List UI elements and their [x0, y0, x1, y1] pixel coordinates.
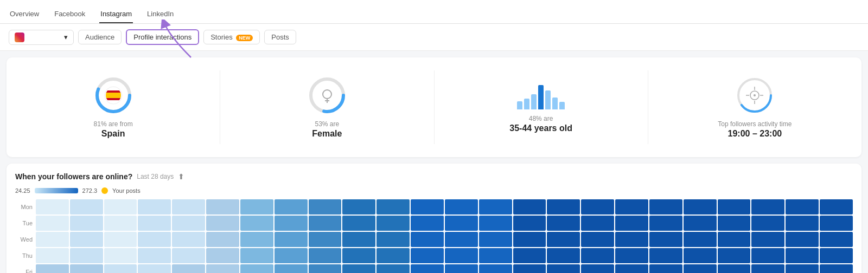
heatmap-cell [718, 199, 751, 214]
heatmap-cell [615, 199, 648, 214]
gender-donut [308, 76, 347, 115]
heatmap-cell [104, 216, 137, 231]
stat-activity-time: Top followers activity time 19:00 – 23:0… [648, 70, 861, 144]
heatmap-cell [649, 248, 682, 263]
heatmap-cell [36, 199, 69, 214]
time-pct-label: Top followers activity time [718, 120, 792, 128]
nav-linkedin[interactable]: LinkedIn [146, 5, 175, 23]
bar-2 [524, 99, 529, 109]
nav-overview[interactable]: Overview [9, 5, 40, 23]
heatmap-cell [718, 216, 751, 231]
stat-age: 48% are 35-44 years old [435, 70, 648, 144]
heatmap-cell [342, 199, 375, 214]
svg-rect-4 [106, 90, 121, 93]
heatmap-cell [751, 248, 784, 263]
heatmap-cell [138, 232, 171, 247]
heatmap-cell [104, 232, 137, 247]
bar-4 [538, 85, 544, 109]
heatmap-cell [70, 216, 103, 231]
heatmap-cell [820, 264, 853, 273]
heatmap-cell [411, 216, 444, 231]
heatmap-cell [240, 232, 273, 247]
heatmap-cell [786, 199, 819, 214]
heatmap-cell [342, 248, 375, 263]
legend-posts-label: Your posts [112, 187, 141, 194]
heatmap-cell [240, 248, 273, 263]
heatmap-cell [547, 199, 580, 214]
heatmap-cell [275, 248, 308, 263]
age-value: 35-44 years old [509, 123, 572, 133]
heatmap-cell [581, 232, 614, 247]
heatmap-cell [70, 248, 103, 263]
heatmap-cell [684, 232, 717, 247]
heatmap-cell [240, 199, 273, 214]
heatmap-cell [547, 248, 580, 263]
heatmap-cell [513, 264, 546, 273]
heatmap-day-label: Fri [15, 264, 35, 273]
heatmap-cell [172, 264, 205, 273]
heatmap-cell [104, 264, 137, 273]
heatmap-cell [615, 264, 648, 273]
heatmap-grid-container: MonTueWedThuFriSatSun🌙02:0004:0006:0008:… [15, 199, 853, 273]
heatmap-cell [751, 232, 784, 247]
heatmap-cell [649, 264, 682, 273]
heatmap-cell [376, 199, 410, 214]
heatmap-cell [751, 199, 784, 214]
heatmap-cell [411, 199, 444, 214]
nav-instagram[interactable]: Instagram [99, 5, 133, 23]
top-nav: Overview Facebook Instagram LinkedIn [0, 0, 868, 24]
heatmap-cell [581, 199, 614, 214]
bar-6 [552, 98, 558, 109]
heatmap-cell [309, 199, 342, 214]
heatmap-cell [513, 199, 546, 214]
heatmap-cell [513, 216, 546, 231]
heatmap-grid: MonTueWedThuFriSatSun [15, 199, 853, 273]
country-donut [94, 76, 133, 115]
heatmap-cell [718, 232, 751, 247]
heatmap-cell [751, 216, 784, 231]
heatmap-cell [684, 216, 717, 231]
heatmap-cell [36, 232, 69, 247]
heatmap-cell [513, 232, 546, 247]
heatmap-cell [138, 216, 171, 231]
export-icon[interactable]: ⬆ [178, 172, 184, 181]
legend-max: 272.3 [82, 187, 98, 194]
heatmap-cell [445, 216, 478, 231]
heatmap-cell [547, 264, 580, 273]
instagram-icon [15, 32, 24, 42]
heatmap-cell [309, 216, 342, 231]
heatmap-cell [275, 216, 308, 231]
legend-min: 24.25 [15, 187, 30, 194]
age-bar-chart [517, 81, 565, 109]
tab-audience[interactable]: Audience [78, 30, 122, 44]
heatmap-cell [649, 232, 682, 247]
heatmap-cell [206, 232, 239, 247]
stat-gender: 53% are Female [220, 70, 434, 144]
country-value: Spain [101, 129, 125, 139]
heatmap-cell [479, 216, 512, 231]
account-selector[interactable]: ▾ [9, 30, 74, 45]
heatmap-cell [786, 216, 819, 231]
heatmap-cell [649, 199, 682, 214]
legend-gradient [35, 188, 78, 193]
bar-1 [517, 101, 522, 109]
nav-facebook[interactable]: Facebook [53, 5, 86, 23]
heatmap-cell [376, 248, 410, 263]
tab-stories[interactable]: Stories NEW [203, 30, 260, 44]
tab-profile-interactions[interactable]: Profile interactions [126, 29, 199, 45]
heatmap-cell [445, 264, 478, 273]
time-ring [735, 76, 774, 115]
legend-posts-dot [101, 187, 108, 194]
tab-posts[interactable]: Posts [264, 30, 296, 44]
heatmap-cell [615, 216, 648, 231]
heatmap-cell [376, 232, 410, 247]
heatmap-cell [275, 199, 308, 214]
heatmap-cell [172, 232, 205, 247]
svg-rect-5 [106, 93, 121, 98]
heatmap-cell [445, 232, 478, 247]
heatmap-cell [615, 232, 648, 247]
heatmap-cell [138, 248, 171, 263]
heatmap-cell [309, 248, 342, 263]
heatmap-cell [479, 232, 512, 247]
heatmap-day-label: Mon [15, 199, 35, 214]
